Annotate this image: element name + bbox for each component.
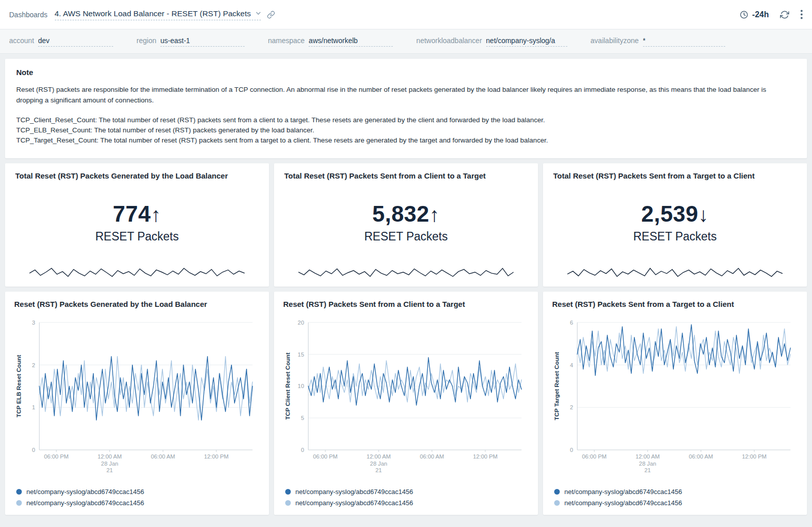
- series-color-dot: [554, 489, 560, 495]
- stat-unit: RESET Packets: [95, 230, 179, 243]
- sparkline: [553, 265, 797, 279]
- filter-value[interactable]: *: [643, 37, 725, 47]
- note-line-client: TCP_Client_Reset_Count: The total number…: [16, 115, 796, 125]
- svg-text:15: 15: [298, 351, 304, 357]
- series-label: net/company-syslog/abcd6749ccac1456: [26, 499, 144, 507]
- filter-networkloadbalancer[interactable]: networkloadbalancer net/company-syslog/a: [416, 37, 567, 47]
- time-series-chart[interactable]: 012306:00 PM12:00 AM28 Jan2106:00 AM12:0…: [14, 310, 260, 487]
- svg-text:12:00 PM: 12:00 PM: [204, 453, 228, 460]
- filter-region[interactable]: region us-east-1: [137, 37, 245, 47]
- note-line-target: TCP_Target_Reset_Count: The total number…: [16, 135, 796, 146]
- sparkline: [284, 265, 528, 279]
- filter-namespace[interactable]: namespace aws/networkelb: [268, 37, 393, 47]
- svg-text:4: 4: [570, 362, 573, 368]
- series-label: net/company-syslog/abcd6749ccac1456: [295, 488, 413, 496]
- svg-text:06:00 PM: 06:00 PM: [313, 453, 337, 460]
- chart-panel-elb: Reset (RST) Packets Generated by the Loa…: [5, 292, 269, 515]
- svg-text:0: 0: [570, 447, 573, 453]
- note-panel: Note Reset (RST) packets are responsible…: [5, 59, 807, 158]
- dashboard-body: Note Reset (RST) packets are responsible…: [0, 54, 812, 520]
- legend-item[interactable]: net/company-syslog/abcd6749ccac1456: [554, 499, 796, 507]
- legend-item[interactable]: net/company-syslog/abcd6749ccac1456: [285, 499, 527, 507]
- series-label: net/company-syslog/abcd6749ccac1456: [564, 488, 682, 496]
- time-series-chart[interactable]: 0510152006:00 PM12:00 AM28 Jan2106:00 AM…: [283, 310, 529, 487]
- svg-text:06:00 AM: 06:00 AM: [151, 453, 175, 460]
- share-link-icon[interactable]: [267, 11, 275, 19]
- series-color-dot: [285, 489, 291, 495]
- trend-up-icon: ↑: [151, 203, 161, 226]
- legend-item[interactable]: net/company-syslog/abcd6749ccac1456: [16, 499, 258, 507]
- time-series-chart[interactable]: 024606:00 PM12:00 AM28 Jan2106:00 AM12:0…: [552, 310, 798, 487]
- legend-item[interactable]: net/company-syslog/abcd6749ccac1456: [554, 488, 796, 496]
- filter-value[interactable]: us-east-1: [160, 37, 245, 47]
- page-title: 4. AWS Network Load Balancer - RESET (RS…: [55, 9, 251, 18]
- svg-text:28 Jan: 28 Jan: [101, 460, 118, 466]
- stat-unit: RESET Packets: [364, 230, 448, 243]
- legend-item[interactable]: net/company-syslog/abcd6749ccac1456: [285, 488, 527, 496]
- series-label: net/company-syslog/abcd6749ccac1456: [295, 499, 413, 507]
- dashboard-title-dropdown[interactable]: 4. AWS Network Load Balancer - RESET (RS…: [55, 9, 261, 20]
- chart-panel-client: Reset (RST) Packets Sent from a Client t…: [274, 292, 538, 515]
- panel-title: Total Reset (RST) Packets Sent from a Ta…: [553, 171, 797, 180]
- filter-label: region: [137, 37, 156, 45]
- series-color-dot: [16, 500, 22, 506]
- svg-text:5: 5: [301, 415, 304, 421]
- trend-up-icon: ↑: [429, 203, 440, 226]
- panel-title: Total Reset (RST) Packets Sent from a Cl…: [284, 171, 528, 180]
- svg-text:21: 21: [107, 467, 113, 473]
- time-range-picker[interactable]: -24h: [739, 10, 769, 19]
- svg-text:21: 21: [376, 467, 382, 473]
- panel-title: Reset (RST) Packets Sent from a Client t…: [283, 300, 529, 308]
- svg-text:28 Jan: 28 Jan: [639, 460, 656, 466]
- stats-row: Total Reset (RST) Packets Generated by t…: [5, 163, 807, 287]
- charts-row: Reset (RST) Packets Generated by the Loa…: [5, 292, 807, 515]
- filter-bar: account dev region us-east-1 namespace a…: [0, 29, 812, 54]
- chevron-down-icon: [256, 12, 261, 15]
- svg-text:28 Jan: 28 Jan: [370, 460, 387, 466]
- stat-panel-client: Total Reset (RST) Packets Sent from a Cl…: [274, 163, 538, 287]
- filter-label: namespace: [268, 37, 304, 45]
- svg-text:2: 2: [570, 404, 573, 410]
- refresh-button[interactable]: [780, 10, 789, 19]
- filter-label: availabilityzone: [591, 37, 639, 45]
- svg-text:6: 6: [570, 319, 573, 325]
- svg-text:21: 21: [645, 467, 651, 473]
- filter-value[interactable]: aws/networkelb: [309, 37, 393, 47]
- svg-text:TCP ELB Reset Count: TCP ELB Reset Count: [15, 355, 22, 417]
- svg-text:0: 0: [32, 447, 35, 453]
- series-color-dot: [554, 500, 560, 506]
- series-label: net/company-syslog/abcd6749ccac1456: [26, 488, 144, 496]
- chart-legend: net/company-syslog/abcd6749ccac1456 net/…: [552, 487, 798, 509]
- note-line-elb: TCP_ELB_Reset_Count: The total number of…: [16, 125, 796, 135]
- svg-text:12:00 PM: 12:00 PM: [742, 453, 766, 460]
- filter-label: networkloadbalancer: [416, 37, 482, 45]
- sparkline: [15, 265, 259, 279]
- trend-down-icon: ↓: [698, 203, 709, 226]
- filter-account[interactable]: account dev: [9, 37, 113, 47]
- filter-label: account: [9, 37, 34, 45]
- stat-panel-elb: Total Reset (RST) Packets Generated by t…: [5, 163, 269, 287]
- svg-text:06:00 AM: 06:00 AM: [689, 453, 713, 460]
- breadcrumb[interactable]: Dashboards: [9, 11, 48, 19]
- filter-value[interactable]: dev: [38, 37, 113, 47]
- svg-text:12:00 PM: 12:00 PM: [473, 453, 497, 460]
- filter-availabilityzone[interactable]: availabilityzone *: [591, 37, 725, 47]
- panel-title: Reset (RST) Packets Generated by the Loa…: [14, 300, 260, 308]
- series-color-dot: [285, 500, 291, 506]
- filter-value[interactable]: net/company-syslog/a: [486, 37, 567, 47]
- svg-text:06:00 PM: 06:00 PM: [44, 453, 69, 460]
- panel-title: Total Reset (RST) Packets Generated by t…: [15, 171, 259, 180]
- stat-value: 774↑: [113, 201, 161, 227]
- panel-title: Reset (RST) Packets Sent from a Target t…: [552, 300, 798, 308]
- series-label: net/company-syslog/abcd6749ccac1456: [564, 499, 682, 507]
- top-bar: Dashboards 4. AWS Network Load Balancer …: [0, 0, 812, 29]
- chart-legend: net/company-syslog/abcd6749ccac1456 net/…: [283, 487, 529, 509]
- svg-text:20: 20: [298, 319, 304, 325]
- note-paragraph: Reset (RST) packets are responsible for …: [16, 85, 788, 106]
- svg-text:06:00 PM: 06:00 PM: [582, 453, 606, 460]
- stat-value: 5,832↑: [372, 201, 439, 227]
- legend-item[interactable]: net/company-syslog/abcd6749ccac1456: [16, 488, 258, 496]
- svg-text:0: 0: [301, 447, 304, 453]
- stat-panel-target: Total Reset (RST) Packets Sent from a Ta…: [543, 163, 807, 287]
- kebab-menu-button[interactable]: [800, 10, 803, 19]
